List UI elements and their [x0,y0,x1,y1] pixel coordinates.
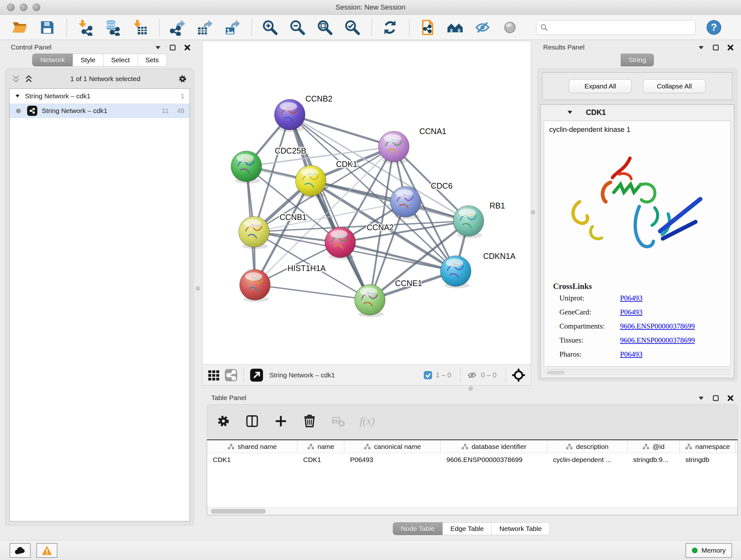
node-details-header[interactable]: CDK1 [541,105,734,120]
crosslink-link[interactable]: P06493 [620,350,643,359]
network-row[interactable]: String Network – cdk1 11 48 [10,104,190,118]
function-builder-button[interactable]: f(x) [360,415,375,427]
collapse-panel-icon[interactable] [697,44,704,51]
home-button[interactable] [446,18,464,37]
column-header-description[interactable]: description [547,440,627,453]
float-panel-icon[interactable] [169,44,176,51]
table-cell[interactable]: cyclin-dependent ... [547,453,627,466]
save-session-button[interactable] [38,18,56,37]
zoom-out-button[interactable] [288,18,307,37]
import-table-from-file-button[interactable] [131,18,149,37]
node-RB1[interactable] [453,206,484,238]
float-panel-icon[interactable] [712,395,719,401]
horizontal-splitter-handle[interactable] [468,386,473,391]
column-header-canonical-name[interactable]: canonical name [344,440,441,453]
open-in-window-icon[interactable] [250,368,264,382]
column-header-database-identifier[interactable]: database identifier [441,440,547,453]
results-scrollbar[interactable] [544,369,731,375]
node-CCNA1[interactable] [379,131,409,164]
table-cell[interactable]: P06493 [344,453,441,466]
zoom-in-button[interactable] [261,18,279,37]
export-image-button[interactable] [223,18,241,37]
fit-target-icon[interactable] [512,368,526,382]
crosslink-link[interactable]: P06493 [620,308,643,316]
memory-button[interactable]: Memory [685,543,732,558]
export-table-button[interactable] [196,18,214,37]
collapse-all-tree-icon[interactable] [24,75,33,83]
export-table-icon [197,19,213,36]
tab-network-table[interactable]: Network Table [492,522,550,535]
float-panel-icon[interactable] [712,44,719,51]
vertical-splitter-handle-left[interactable] [196,286,200,291]
warnings-button[interactable] [37,543,57,558]
expand-all-tree-icon[interactable] [12,75,20,83]
selected-checkbox-icon[interactable] [423,371,432,380]
tab-sets[interactable]: Sets [138,54,167,66]
collapse-panel-icon[interactable] [154,44,161,51]
hidden-eye-slash-icon[interactable] [466,369,478,381]
search-input[interactable] [551,23,695,31]
vertical-splitter-handle-right[interactable] [531,210,535,214]
table-cell[interactable]: stringdb:9... [627,453,680,466]
table-cell[interactable]: stringdb [680,453,736,466]
scrollbar-thumb[interactable] [211,509,266,514]
birdseye-grid-icon[interactable] [208,369,220,381]
crosslink-link[interactable]: 9606.ENSP00000378699 [620,336,695,345]
node-CDC25B[interactable] [231,151,262,184]
open-session-button[interactable] [11,18,29,37]
delete-table-icon[interactable] [331,414,346,428]
graphics-level-of-detail-button[interactable] [501,18,519,37]
disclosure-triangle-icon[interactable] [15,93,20,99]
edge-CCNB2-CCNA1[interactable] [290,115,394,146]
network-graph[interactable]: CCNB2CCNA1CDC25BCDK1CDC6RB1CCNB1CCNA2CDK… [203,41,531,364]
node-CCNE1[interactable] [354,285,385,317]
tab-select[interactable]: Select [104,54,138,66]
close-panel-icon[interactable] [727,44,734,51]
column-header-namespace[interactable]: namespace [680,440,736,453]
table-row[interactable]: CDK1CDK1P064939606.ENSP00000378699cyclin… [207,453,738,466]
network-canvas[interactable]: CCNB2CCNA1CDC25BCDK1CDC6RB1CCNB1CCNA2CDK… [202,41,531,365]
refresh-button[interactable] [381,18,399,37]
disclosure-triangle-icon[interactable] [567,109,573,116]
column-header-name[interactable]: name [297,440,344,453]
zoom-selected-button[interactable] [343,18,361,37]
node-HIST1H1A[interactable] [240,269,270,302]
table-cell[interactable]: CDK1 [297,453,344,466]
expand-all-button[interactable]: Expand All [569,79,631,93]
help-button[interactable]: ? [706,19,722,36]
node-CDKN1A[interactable] [441,256,471,288]
crosslink-link[interactable]: 9606.ENSP00000378699 [620,322,695,330]
delete-column-trash-icon[interactable] [302,414,317,428]
import-network-from-file-button[interactable] [76,18,94,37]
tab-string[interactable]: String [621,54,654,66]
tab-network[interactable]: Network [32,54,73,66]
table-horizontal-scrollbar[interactable] [207,507,738,515]
tab-node-table[interactable]: Node Table [393,522,443,535]
crosslink-link[interactable]: P06493 [620,294,643,302]
zoom-fit-button[interactable] [316,18,334,37]
edge-HIST1H1A-CCNE1[interactable] [255,285,370,300]
collapse-panel-icon[interactable] [697,395,704,401]
cloud-status-button[interactable] [10,543,30,558]
show-columns-icon[interactable] [245,414,259,428]
gear-icon[interactable] [178,74,187,84]
table-cell[interactable]: CDK1 [207,453,297,466]
column-header--id[interactable]: @id [627,440,680,453]
close-panel-icon[interactable] [184,44,191,51]
table-options-gear-icon[interactable] [216,414,231,428]
node-CCNB1[interactable] [239,216,269,249]
export-network-button[interactable] [169,18,186,37]
collapse-all-button[interactable]: Collapse All [643,79,705,93]
table-cell[interactable]: 9606.ENSP00000378699 [441,453,547,466]
search-field[interactable] [536,20,696,35]
import-network-from-database-button[interactable] [104,18,121,37]
hide-graphics-details-button[interactable] [474,18,491,37]
column-header-shared-name[interactable]: shared name [207,440,297,453]
create-column-plus-icon[interactable] [273,414,288,428]
tab-style[interactable]: Style [73,54,104,66]
string-badge-icon[interactable] [224,368,238,382]
tab-edge-table[interactable]: Edge Table [443,522,492,535]
close-panel-icon[interactable] [727,395,734,401]
share-document-button[interactable] [419,18,436,37]
network-collection-row[interactable]: String Network – cdk1 1 [10,89,190,104]
